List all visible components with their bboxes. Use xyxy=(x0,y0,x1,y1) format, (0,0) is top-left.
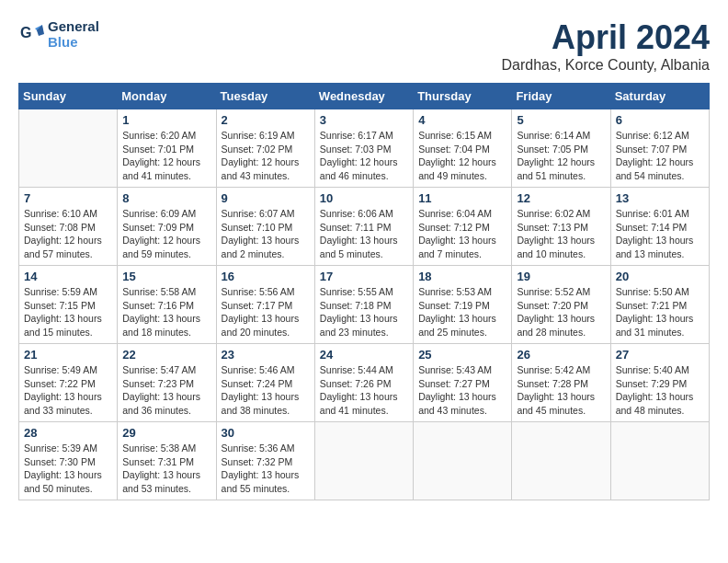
week-row: 1Sunrise: 6:20 AM Sunset: 7:01 PM Daylig… xyxy=(19,109,710,188)
day-info: Sunrise: 5:43 AM Sunset: 7:27 PM Dayligh… xyxy=(418,363,506,418)
calendar-table: SundayMondayTuesdayWednesdayThursdayFrid… xyxy=(18,83,710,500)
calendar-cell: 14Sunrise: 5:59 AM Sunset: 7:15 PM Dayli… xyxy=(19,266,118,344)
day-info: Sunrise: 5:39 AM Sunset: 7:30 PM Dayligh… xyxy=(24,442,112,496)
day-number: 14 xyxy=(24,270,112,283)
day-info: Sunrise: 6:02 AM Sunset: 7:13 PM Dayligh… xyxy=(517,207,605,261)
month-title: April 2024 xyxy=(502,18,711,57)
day-info: Sunrise: 6:20 AM Sunset: 7:01 PM Dayligh… xyxy=(122,129,210,183)
week-row: 28Sunrise: 5:39 AM Sunset: 7:30 PM Dayli… xyxy=(19,422,710,500)
day-info: Sunrise: 6:06 AM Sunset: 7:11 PM Dayligh… xyxy=(320,207,408,261)
day-info: Sunrise: 5:44 AM Sunset: 7:26 PM Dayligh… xyxy=(320,363,408,418)
calendar-cell: 10Sunrise: 6:06 AM Sunset: 7:11 PM Dayli… xyxy=(314,188,413,266)
calendar-cell: 4Sunrise: 6:15 AM Sunset: 7:04 PM Daylig… xyxy=(414,109,512,188)
calendar-cell: 15Sunrise: 5:58 AM Sunset: 7:16 PM Dayli… xyxy=(118,266,216,344)
calendar-cell: 2Sunrise: 6:19 AM Sunset: 7:02 PM Daylig… xyxy=(216,109,314,188)
weekday-header: Friday xyxy=(512,84,610,109)
svg-text:G: G xyxy=(20,25,31,40)
day-info: Sunrise: 6:10 AM Sunset: 7:08 PM Dayligh… xyxy=(24,207,112,261)
weekday-header: Wednesday xyxy=(314,84,413,109)
calendar-cell: 7Sunrise: 6:10 AM Sunset: 7:08 PM Daylig… xyxy=(19,188,118,266)
day-number: 5 xyxy=(517,113,605,127)
day-info: Sunrise: 6:15 AM Sunset: 7:04 PM Dayligh… xyxy=(418,129,506,183)
calendar-cell: 8Sunrise: 6:09 AM Sunset: 7:09 PM Daylig… xyxy=(118,188,216,266)
day-info: Sunrise: 5:53 AM Sunset: 7:19 PM Dayligh… xyxy=(418,285,506,339)
weekday-header: Tuesday xyxy=(216,84,314,109)
day-number: 26 xyxy=(517,348,605,362)
calendar-cell: 27Sunrise: 5:40 AM Sunset: 7:29 PM Dayli… xyxy=(610,344,709,422)
day-number: 17 xyxy=(320,270,408,283)
weekday-header: Monday xyxy=(118,84,216,109)
calendar-cell xyxy=(610,422,709,500)
calendar-cell: 30Sunrise: 5:36 AM Sunset: 7:32 PM Dayli… xyxy=(216,422,314,500)
day-info: Sunrise: 6:17 AM Sunset: 7:03 PM Dayligh… xyxy=(320,129,408,183)
day-info: Sunrise: 5:52 AM Sunset: 7:20 PM Dayligh… xyxy=(517,285,605,339)
day-info: Sunrise: 5:58 AM Sunset: 7:16 PM Dayligh… xyxy=(122,285,210,339)
day-number: 25 xyxy=(418,348,506,362)
day-number: 11 xyxy=(418,191,506,205)
day-number: 12 xyxy=(517,191,605,205)
day-number: 21 xyxy=(24,348,112,362)
calendar-cell: 21Sunrise: 5:49 AM Sunset: 7:22 PM Dayli… xyxy=(19,344,118,422)
logo-text: General Blue xyxy=(48,18,99,50)
calendar-cell: 26Sunrise: 5:42 AM Sunset: 7:28 PM Dayli… xyxy=(512,344,610,422)
day-info: Sunrise: 6:01 AM Sunset: 7:14 PM Dayligh… xyxy=(616,207,704,261)
day-number: 19 xyxy=(517,270,605,283)
calendar-cell xyxy=(512,422,610,500)
week-row: 14Sunrise: 5:59 AM Sunset: 7:15 PM Dayli… xyxy=(19,266,710,344)
calendar-cell: 12Sunrise: 6:02 AM Sunset: 7:13 PM Dayli… xyxy=(512,188,610,266)
day-info: Sunrise: 6:12 AM Sunset: 7:07 PM Dayligh… xyxy=(616,129,704,183)
day-number: 23 xyxy=(222,348,310,362)
page-header: G General Blue April 2024 Dardhas, Korce… xyxy=(18,18,710,74)
calendar-cell: 29Sunrise: 5:38 AM Sunset: 7:31 PM Dayli… xyxy=(118,422,216,500)
calendar-cell: 20Sunrise: 5:50 AM Sunset: 7:21 PM Dayli… xyxy=(610,266,709,344)
day-info: Sunrise: 5:38 AM Sunset: 7:31 PM Dayligh… xyxy=(122,442,210,496)
weekday-header: Thursday xyxy=(414,84,512,109)
calendar-cell: 1Sunrise: 6:20 AM Sunset: 7:01 PM Daylig… xyxy=(118,109,216,188)
day-info: Sunrise: 5:47 AM Sunset: 7:23 PM Dayligh… xyxy=(122,363,210,418)
calendar-cell xyxy=(19,109,118,188)
day-info: Sunrise: 6:09 AM Sunset: 7:09 PM Dayligh… xyxy=(122,207,210,261)
day-number: 9 xyxy=(222,191,310,205)
day-number: 22 xyxy=(122,348,210,362)
calendar-cell: 3Sunrise: 6:17 AM Sunset: 7:03 PM Daylig… xyxy=(314,109,413,188)
day-info: Sunrise: 5:55 AM Sunset: 7:18 PM Dayligh… xyxy=(320,285,408,339)
day-info: Sunrise: 6:04 AM Sunset: 7:12 PM Dayligh… xyxy=(418,207,506,261)
day-number: 4 xyxy=(418,113,506,127)
calendar-cell xyxy=(314,422,413,500)
weekday-header: Sunday xyxy=(19,84,118,109)
day-info: Sunrise: 6:07 AM Sunset: 7:10 PM Dayligh… xyxy=(222,207,310,261)
day-number: 8 xyxy=(122,191,210,205)
logo-icon: G xyxy=(18,21,44,47)
day-info: Sunrise: 6:14 AM Sunset: 7:05 PM Dayligh… xyxy=(517,129,605,183)
week-row: 21Sunrise: 5:49 AM Sunset: 7:22 PM Dayli… xyxy=(19,344,710,422)
calendar-cell: 18Sunrise: 5:53 AM Sunset: 7:19 PM Dayli… xyxy=(414,266,512,344)
calendar-cell: 6Sunrise: 6:12 AM Sunset: 7:07 PM Daylig… xyxy=(610,109,709,188)
day-number: 3 xyxy=(320,113,408,127)
calendar-cell: 23Sunrise: 5:46 AM Sunset: 7:24 PM Dayli… xyxy=(216,344,314,422)
calendar-cell: 11Sunrise: 6:04 AM Sunset: 7:12 PM Dayli… xyxy=(414,188,512,266)
day-info: Sunrise: 6:19 AM Sunset: 7:02 PM Dayligh… xyxy=(222,129,310,183)
weekday-header: Saturday xyxy=(610,84,709,109)
day-number: 24 xyxy=(320,348,408,362)
calendar-cell: 19Sunrise: 5:52 AM Sunset: 7:20 PM Dayli… xyxy=(512,266,610,344)
day-number: 15 xyxy=(122,270,210,283)
day-number: 6 xyxy=(616,113,704,127)
day-number: 7 xyxy=(24,191,112,205)
day-number: 2 xyxy=(222,113,310,127)
day-info: Sunrise: 5:49 AM Sunset: 7:22 PM Dayligh… xyxy=(24,363,112,418)
day-info: Sunrise: 5:59 AM Sunset: 7:15 PM Dayligh… xyxy=(24,285,112,339)
calendar-cell: 5Sunrise: 6:14 AM Sunset: 7:05 PM Daylig… xyxy=(512,109,610,188)
logo: G General Blue xyxy=(18,18,99,50)
calendar-cell: 28Sunrise: 5:39 AM Sunset: 7:30 PM Dayli… xyxy=(19,422,118,500)
day-number: 10 xyxy=(320,191,408,205)
week-row: 7Sunrise: 6:10 AM Sunset: 7:08 PM Daylig… xyxy=(19,188,710,266)
calendar-cell: 25Sunrise: 5:43 AM Sunset: 7:27 PM Dayli… xyxy=(414,344,512,422)
calendar-cell: 22Sunrise: 5:47 AM Sunset: 7:23 PM Dayli… xyxy=(118,344,216,422)
day-number: 16 xyxy=(222,270,310,283)
day-number: 28 xyxy=(24,426,112,440)
day-number: 20 xyxy=(616,270,704,283)
day-info: Sunrise: 5:36 AM Sunset: 7:32 PM Dayligh… xyxy=(222,442,310,496)
day-number: 18 xyxy=(418,270,506,283)
calendar-cell: 24Sunrise: 5:44 AM Sunset: 7:26 PM Dayli… xyxy=(314,344,413,422)
day-info: Sunrise: 5:56 AM Sunset: 7:17 PM Dayligh… xyxy=(222,285,310,339)
